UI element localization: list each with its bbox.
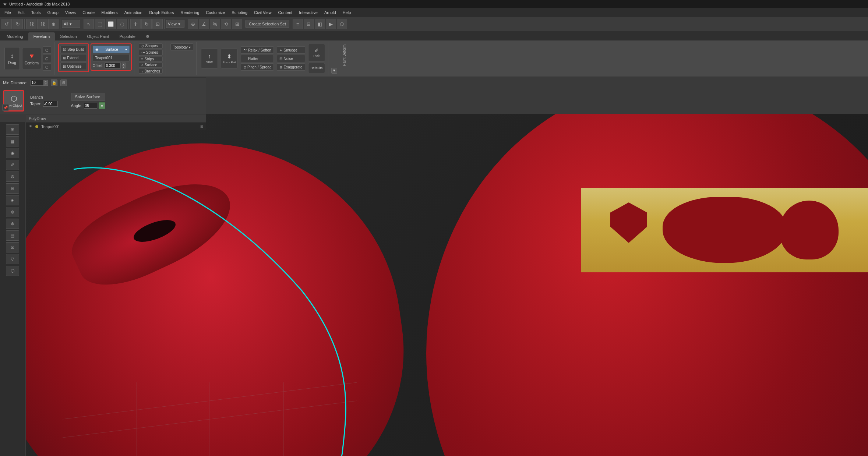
view-dropdown[interactable]: View ▾ <box>166 20 184 28</box>
redo-button[interactable]: ↻ <box>13 19 23 29</box>
branches-button[interactable]: ⑂ Branches <box>139 69 163 74</box>
surface-button[interactable]: ◉ Surface ▾ <box>93 46 130 53</box>
menu-file[interactable]: File <box>1 10 14 15</box>
push-pull-button[interactable]: ⬍ Push/ Pull <box>221 49 238 68</box>
mirror-button[interactable]: ⊞ <box>232 19 242 29</box>
shift-button[interactable]: ↑ Shift <box>201 49 218 68</box>
render-setup-button[interactable]: ◧ <box>315 19 325 29</box>
offset-up-arrow[interactable]: ▲ <box>122 63 126 66</box>
freeform-btn-1[interactable]: ⬡ <box>43 46 51 54</box>
material-editor-button[interactable]: ⬡ <box>337 19 347 29</box>
pick-button[interactable]: ✐ Pick <box>308 44 325 61</box>
sidebar-icon-3[interactable]: ◉ <box>6 148 19 158</box>
sidebar-icon-13[interactable]: ⬡ <box>6 266 19 276</box>
menu-civil-view[interactable]: Civil View <box>251 10 274 15</box>
sidebar-icon-8[interactable]: ⊛ <box>6 207 19 217</box>
shapes-button[interactable]: ◇ Shapes <box>139 43 163 49</box>
bind-button[interactable]: ⊕ <box>48 19 59 29</box>
relax-soften-button[interactable]: 〜 Relax / Soften <box>241 46 274 54</box>
freeform-btn-3[interactable]: ⬡ <box>43 63 51 71</box>
tab-selection[interactable]: Selection <box>55 32 82 40</box>
menu-customize[interactable]: Customize <box>203 10 228 15</box>
sidebar-icon-11[interactable]: ⊡ <box>6 242 19 252</box>
select-button[interactable]: ↖ <box>84 19 94 29</box>
sidebar-icon-1[interactable]: ⊞ <box>6 124 19 135</box>
conform-button[interactable]: 🔻 Conform <box>22 48 41 69</box>
freeform-btn-2[interactable]: ⬡ <box>43 55 51 62</box>
optimize-button[interactable]: ⊟ Optimize <box>60 63 87 70</box>
topology-button[interactable]: Topology ▾ <box>170 43 193 51</box>
drag-button[interactable]: ↕ Drag <box>4 47 20 70</box>
strips-button[interactable]: ≡ Strips <box>139 57 163 62</box>
smudge-button[interactable]: ✦ Smudge <box>277 46 305 54</box>
display-button[interactable]: ⊟ <box>304 19 314 29</box>
tab-freeform[interactable]: Freeform <box>28 32 55 40</box>
teapot-label[interactable]: Teapot001 <box>93 54 130 61</box>
offset-down-arrow[interactable]: ▼ <box>122 66 126 68</box>
menu-views[interactable]: Views <box>62 10 79 15</box>
viewport[interactable] <box>26 114 868 456</box>
menu-scripting[interactable]: Scripting <box>229 10 250 15</box>
render-button[interactable]: ▶ <box>326 19 336 29</box>
select-lasso-button[interactable]: ◌ <box>117 19 127 29</box>
layers-button[interactable]: ≡ <box>293 19 303 29</box>
select-region-button[interactable]: ⬜ <box>106 19 116 29</box>
sidebar-icon-7[interactable]: ◈ <box>6 195 19 205</box>
defaults-button[interactable]: Defaults <box>308 63 325 73</box>
menu-modifiers[interactable]: Modifiers <box>98 10 121 15</box>
menu-help[interactable]: Help <box>340 10 354 15</box>
sidebar-icon-10[interactable]: ▤ <box>6 230 19 241</box>
min-distance-input[interactable] <box>31 80 44 86</box>
tab-settings[interactable]: ⚙ <box>141 32 155 40</box>
rotate-button[interactable]: ↻ <box>141 19 152 29</box>
sidebar-icon-12[interactable]: ▽ <box>6 254 19 264</box>
pinch-spread-button[interactable]: ⊙ Pinch / Spread <box>241 63 274 71</box>
menu-create[interactable]: Create <box>80 10 98 15</box>
angle-snap-button[interactable]: ∡ <box>199 19 209 29</box>
tab-populate[interactable]: Populate <box>114 32 140 40</box>
min-distance-down[interactable]: ▼ <box>44 83 48 86</box>
menu-graph-editors[interactable]: Graph Editors <box>146 10 177 15</box>
angle-input[interactable] <box>84 103 97 109</box>
exaggerate-button[interactable]: ⊛ Exaggerate <box>277 63 305 71</box>
menu-edit[interactable]: Edit <box>15 10 28 15</box>
filter-dropdown[interactable]: All ▾ <box>62 20 80 28</box>
pin-button[interactable]: 📌 <box>2 104 9 111</box>
sidebar-icon-2[interactable]: ▦ <box>6 136 19 146</box>
percent-snap-button[interactable]: % <box>210 19 220 29</box>
menu-group[interactable]: Group <box>44 10 61 15</box>
offset-input[interactable] <box>105 63 121 68</box>
noise-button[interactable]: ⊞ Noise <box>277 55 305 62</box>
menu-arnold[interactable]: Arnold <box>321 10 339 15</box>
menu-animation[interactable]: Animation <box>121 10 145 15</box>
tab-object-paint[interactable]: Object Paint <box>82 32 114 40</box>
tab-modeling[interactable]: Modeling <box>1 32 28 40</box>
lock-button[interactable]: 🔒 <box>51 79 57 86</box>
scale-button[interactable]: ⊡ <box>152 19 163 29</box>
extend-button[interactable]: ⊞ Extend <box>60 54 87 61</box>
unlink-button[interactable]: ⛓ <box>37 19 47 29</box>
select-rect-button[interactable]: ⬚ <box>95 19 105 29</box>
sidebar-icon-9[interactable]: ⊕ <box>6 219 19 229</box>
create-selection-set-input[interactable]: Create Selection Set <box>246 20 289 28</box>
grid-button[interactable]: ⊟ <box>60 79 67 86</box>
menu-tools[interactable]: Tools <box>28 10 44 15</box>
sidebar-icon-4[interactable]: ✐ <box>6 160 19 170</box>
menu-rendering[interactable]: Rendering <box>178 10 202 15</box>
snap-button[interactable]: ⊕ <box>188 19 198 29</box>
sidebar-icon-6[interactable]: ⊟ <box>6 183 19 194</box>
move-button[interactable]: ✛ <box>130 19 141 29</box>
surface2-button[interactable]: ○ Surface <box>139 63 163 68</box>
splines-button[interactable]: 〜 Splines <box>139 50 163 56</box>
angle-color-button[interactable]: ■ <box>99 102 105 109</box>
taper-input[interactable] <box>43 101 58 107</box>
undo-button[interactable]: ↺ <box>1 19 12 29</box>
spinner-button[interactable]: ⟲ <box>221 19 231 29</box>
step-build-button[interactable]: ☑ Step Build <box>60 46 87 53</box>
link-button[interactable]: ⛓ <box>26 19 36 29</box>
solve-surface-button[interactable]: Solve Surface <box>71 93 105 101</box>
min-distance-up[interactable]: ▲ <box>44 80 48 83</box>
collapse-button[interactable]: ▼ <box>331 68 337 74</box>
sidebar-icon-5[interactable]: ⊚ <box>6 172 19 182</box>
menu-content[interactable]: Content <box>275 10 296 15</box>
